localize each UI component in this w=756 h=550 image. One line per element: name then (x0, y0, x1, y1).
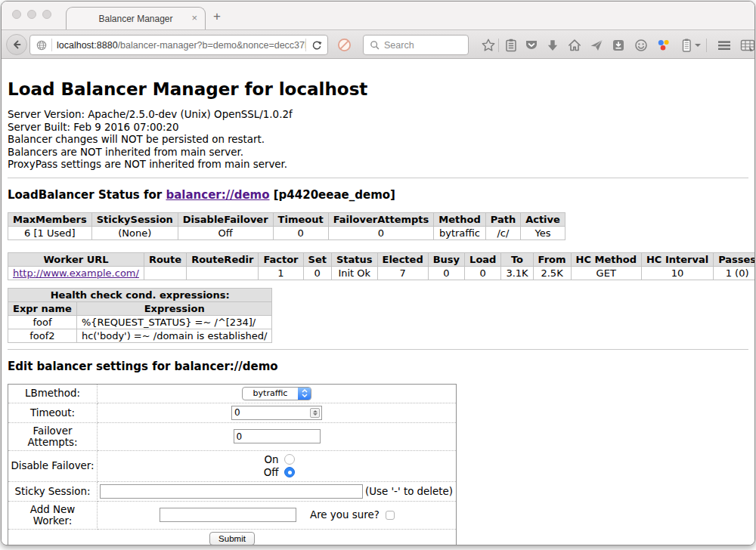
feedback-smiley-icon[interactable] (634, 38, 649, 53)
col-path: Path (485, 212, 520, 226)
url-host: localhost:8880 (57, 40, 118, 51)
inherit-note: Balancers are NOT inherited from main se… (8, 147, 748, 159)
balancer-link[interactable]: balancer://demo (166, 188, 269, 202)
health-check-table: Health check cond. expressions: Expr nam… (8, 288, 272, 343)
new-tab-button[interactable]: + (213, 9, 221, 24)
tab-title: Balancer Manager (98, 14, 172, 24)
col-failoverattempts: FailoverAttempts (328, 212, 434, 226)
disable-failover-label: Disable Failover: (8, 450, 98, 481)
col-stickysession: StickySession (91, 212, 178, 226)
globe-icon (36, 39, 48, 51)
bookmark-star-icon[interactable] (481, 38, 496, 53)
back-button[interactable] (6, 34, 27, 55)
confirm-label: Are you sure? (310, 509, 380, 521)
downloads-arrow-icon[interactable] (545, 38, 560, 53)
toolbar-separator2 (706, 39, 707, 52)
download-panel-icon[interactable] (611, 38, 626, 53)
menu-hamburger-icon[interactable] (717, 38, 732, 53)
table-row: foof %{REQUEST_STATUS} =~ /^[234]/ (8, 315, 272, 329)
persist-note: Balancer changes will NOT be persisted o… (8, 134, 748, 147)
browser-window: Balancer Manager × + localhost:8880/bala… (1, 1, 755, 545)
edit-balancer-form: LBmethod: bytraffic Timeout: (8, 384, 457, 545)
health-table-title: Health check cond. expressions: (8, 288, 272, 301)
tab-close-icon[interactable]: × (191, 13, 197, 23)
zoom-window-button[interactable] (42, 10, 51, 19)
navigation-toolbar: localhost:8880/balancer-manager?b=demo&n… (2, 29, 754, 59)
status-heading: LoadBalancer Status for balancer://demo … (8, 188, 748, 202)
add-worker-input[interactable] (160, 508, 296, 522)
url-bar[interactable]: localhost:8880/balancer-manager?b=demo&n… (29, 35, 328, 55)
proxypass-note: ProxyPass settings are NOT inherited fro… (8, 159, 748, 171)
server-version: Server Version: Apache/2.5.0-dev (Unix) … (8, 109, 748, 122)
close-window-button[interactable] (12, 10, 21, 19)
lbmethod-label: LBmethod: (8, 384, 98, 403)
pocket-icon[interactable] (524, 38, 539, 53)
table-header-row: Worker URL Route RouteRedir Factor Set S… (8, 252, 755, 266)
add-new-worker-label: Add New Worker: (8, 501, 98, 529)
table-row: http://www.example.com/ 1 0 Init Ok 7 0 … (8, 266, 755, 280)
urlbar-divider2 (305, 39, 306, 51)
disable-failover-on-radio[interactable] (284, 454, 295, 465)
select-stepper-icon (298, 388, 311, 400)
edit-settings-heading: Edit balancer settings for balancer://de… (8, 360, 748, 373)
minimize-window-button[interactable] (27, 10, 36, 19)
submit-button[interactable]: Submit (209, 532, 255, 545)
search-bar[interactable]: Search (363, 35, 469, 55)
disable-failover-off-radio[interactable] (284, 467, 295, 477)
colored-dots-icon[interactable] (656, 38, 671, 53)
toolbar-separator (498, 39, 499, 52)
url-text[interactable]: localhost:8880/balancer-manager?b=demo&n… (52, 40, 305, 51)
divider (8, 178, 748, 178)
browser-tab[interactable]: Balancer Manager × (66, 7, 206, 29)
page-content: Load Balancer Manager for localhost Serv… (2, 59, 754, 545)
window-controls[interactable] (12, 10, 51, 19)
radio-on-label: On (259, 454, 279, 465)
back-arrow-icon (11, 39, 23, 51)
search-placeholder: Search (384, 40, 414, 51)
keyboard-grid-icon[interactable] (740, 38, 755, 53)
balancer-status-table: MaxMembers StickySession DisableFailover… (8, 212, 565, 240)
col-maxmembers: MaxMembers (8, 212, 92, 226)
server-info: Server Version: Apache/2.5.0-dev (Unix) … (8, 109, 748, 171)
status-heading-prefix: LoadBalancer Status for (8, 188, 166, 202)
worker-url-link[interactable]: http://www.example.com/ (13, 267, 139, 279)
clipboard-panel-icon[interactable] (679, 38, 694, 53)
col-active: Active (521, 212, 565, 226)
reload-icon[interactable] (311, 39, 323, 51)
status-heading-suffix: [p4420eeae_demo] (270, 188, 395, 202)
lbmethod-select[interactable]: bytraffic (242, 387, 311, 400)
sticky-session-input[interactable] (100, 484, 363, 499)
col-method: Method (434, 212, 485, 226)
reading-list-icon[interactable] (503, 38, 519, 53)
col-disablefailover: DisableFailover (178, 212, 273, 226)
server-built: Server Built: Feb 9 2016 07:00:20 (8, 122, 748, 134)
failover-attempts-label: Failover Attempts: (8, 422, 98, 450)
col-timeout: Timeout (273, 212, 328, 226)
table-row: 6 [1 Used] (None) Off 0 0 bytraffic /c/ … (8, 226, 565, 239)
col-expression: Expression (76, 301, 272, 315)
radio-off-label: Off (259, 467, 279, 478)
divider2 (8, 349, 748, 350)
col-expr-name: Expr name (8, 301, 77, 315)
page-title: Load Balancer Manager for localhost (8, 79, 748, 99)
confirm-checkbox[interactable] (386, 511, 395, 520)
home-icon[interactable] (567, 38, 582, 53)
search-icon (369, 39, 380, 51)
timeout-label: Timeout: (8, 403, 98, 422)
chevron-down-icon[interactable] (695, 44, 701, 47)
blocked-content-icon[interactable] (337, 38, 352, 52)
send-plane-icon[interactable] (589, 38, 604, 53)
table-header-row: MaxMembers StickySession DisableFailover… (8, 212, 565, 226)
tab-bar: Balancer Manager × + (2, 2, 754, 29)
sticky-session-label: Sticky Session: (8, 481, 98, 501)
worker-status-table: Worker URL Route RouteRedir Factor Set S… (8, 252, 754, 280)
url-path: /balancer-manager?b=demo&nonce=decc37be-… (118, 40, 305, 51)
table-row: foof2 hc('body') =~ /domain is establish… (8, 329, 272, 342)
failover-attempts-input[interactable] (234, 429, 321, 443)
sticky-session-hint: (Use '-' to delete) (365, 486, 454, 497)
number-stepper-icon[interactable] (310, 408, 320, 418)
timeout-input[interactable] (231, 406, 322, 420)
